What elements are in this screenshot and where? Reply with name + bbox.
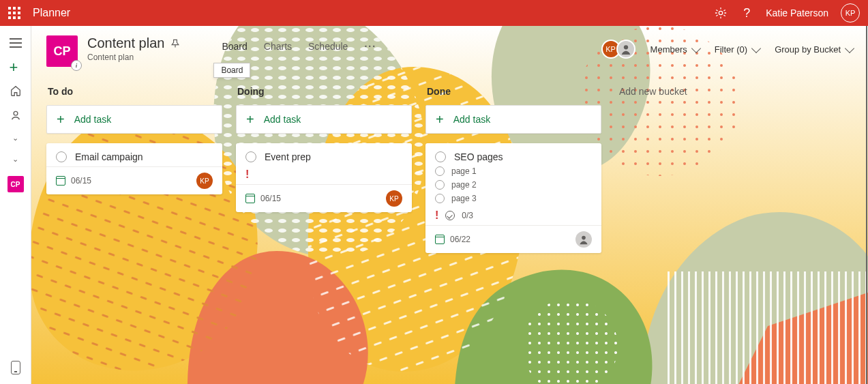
svg-point-0 xyxy=(719,11,722,14)
plan-subtitle: Content plan xyxy=(87,53,181,62)
settings-icon[interactable] xyxy=(714,6,728,20)
app-title: Planner xyxy=(33,7,70,19)
facepile-member-photo[interactable] xyxy=(616,40,635,59)
svg-point-12 xyxy=(623,45,627,49)
view-tabs: Board Board Charts Schedule ··· xyxy=(222,35,376,52)
plan-toolbar: KP Members Filter (0) Group by Bucket xyxy=(601,35,853,59)
add-bucket-label: Add new bucket xyxy=(615,86,791,97)
complete-circle-icon[interactable] xyxy=(435,180,445,190)
plan-nav-item[interactable]: CP xyxy=(8,176,24,192)
checklist: page 1 page 2 page 3 xyxy=(435,166,592,203)
complete-circle-icon[interactable] xyxy=(56,151,67,162)
add-task-button[interactable]: +Add task xyxy=(236,105,412,134)
task-due: 06/15 xyxy=(71,176,91,186)
svg-point-1 xyxy=(14,111,18,115)
svg-point-13 xyxy=(582,236,586,240)
tab-board[interactable]: Board Board xyxy=(222,41,247,52)
checklist-item[interactable]: page 2 xyxy=(435,180,592,190)
chevron-down-icon xyxy=(751,43,761,53)
bucket-todo: To do +Add task Email campaign 06/15 KP xyxy=(46,86,222,253)
priority-icon: ! xyxy=(245,169,402,180)
bucket-doing: Doing +Add task Event prep ! 06/15 KP xyxy=(236,86,412,253)
task-card[interactable]: SEO pages page 1 page 2 page 3 ! 0/3 xyxy=(425,143,601,253)
add-task-button[interactable]: +Add task xyxy=(46,105,222,134)
task-assignee-avatar[interactable]: KP xyxy=(196,173,213,189)
bucket-title[interactable]: Done xyxy=(425,86,601,97)
assigned-icon[interactable] xyxy=(10,109,22,121)
tabs-more-icon[interactable]: ··· xyxy=(364,41,376,52)
task-assignee-avatar[interactable] xyxy=(575,231,592,248)
scrollbar[interactable] xyxy=(866,26,867,384)
nav-chevron-1[interactable]: ⌄ xyxy=(12,134,18,143)
filter-button[interactable]: Filter (0) xyxy=(715,44,760,55)
chevron-down-icon xyxy=(845,43,854,53)
plan-header: CP i Content plan Content plan Board Boa… xyxy=(31,26,868,67)
complete-circle-icon[interactable] xyxy=(245,151,256,162)
bucket-title[interactable]: Doing xyxy=(236,86,412,97)
user-avatar[interactable]: KP xyxy=(841,3,860,23)
plan-icon-text: CP xyxy=(53,44,70,59)
priority-icon: ! xyxy=(435,210,438,221)
checklist-item[interactable]: page 3 xyxy=(435,194,592,203)
calendar-icon xyxy=(56,176,65,186)
task-title: SEO pages xyxy=(454,151,503,162)
global-header: Planner ? Katie Paterson KP xyxy=(0,0,868,26)
checklist-item[interactable]: page 1 xyxy=(435,166,592,176)
task-title: Email campaign xyxy=(75,151,143,162)
device-icon[interactable] xyxy=(11,361,20,374)
nav-chevron-2[interactable]: ⌄ xyxy=(12,155,18,164)
groupby-button[interactable]: Group by Bucket xyxy=(775,44,853,55)
help-icon[interactable]: ? xyxy=(740,6,753,20)
plus-icon: + xyxy=(246,113,254,126)
new-plan-icon[interactable]: + xyxy=(10,60,22,72)
add-bucket[interactable]: Add new bucket xyxy=(615,86,791,253)
calendar-icon xyxy=(435,235,445,244)
bucket-done: Done +Add task SEO pages page 1 page 2 p… xyxy=(425,86,601,253)
task-assignee-avatar[interactable]: KP xyxy=(386,190,402,207)
checklist-count-icon xyxy=(445,211,455,220)
hub-icon[interactable] xyxy=(10,85,22,97)
menu-icon[interactable] xyxy=(10,38,22,48)
app-launcher-icon[interactable] xyxy=(8,7,20,19)
task-due: 06/22 xyxy=(450,235,470,244)
complete-circle-icon[interactable] xyxy=(435,151,446,162)
plus-icon: + xyxy=(57,113,65,126)
task-card[interactable]: Email campaign 06/15 KP xyxy=(46,143,222,194)
board: To do +Add task Email campaign 06/15 KP … xyxy=(31,67,868,272)
complete-circle-icon[interactable] xyxy=(435,166,445,176)
plus-icon: + xyxy=(436,113,444,126)
user-name[interactable]: Katie Paterson xyxy=(766,8,828,18)
plan-title: Content plan xyxy=(87,35,164,51)
task-card[interactable]: Event prep ! 06/15 KP xyxy=(236,143,412,212)
tab-charts[interactable]: Charts xyxy=(264,41,292,52)
left-nav: + ⌄ ⌄ CP xyxy=(0,26,31,384)
chevron-down-icon xyxy=(691,43,701,53)
svg-point-10 xyxy=(522,299,618,384)
plan-icon: CP i xyxy=(46,35,78,67)
task-title: Event prep xyxy=(265,151,311,162)
task-due: 06/15 xyxy=(260,194,281,203)
add-task-button[interactable]: +Add task xyxy=(425,105,601,134)
checklist-progress: 0/3 xyxy=(462,211,473,220)
pin-icon[interactable] xyxy=(170,38,181,49)
calendar-icon xyxy=(245,194,255,203)
tab-schedule[interactable]: Schedule xyxy=(308,41,348,52)
bucket-title[interactable]: To do xyxy=(46,86,222,97)
svg-rect-11 xyxy=(665,271,868,384)
complete-circle-icon[interactable] xyxy=(435,194,445,203)
members-button[interactable]: Members xyxy=(650,44,700,55)
member-facepile[interactable]: KP xyxy=(601,40,635,59)
